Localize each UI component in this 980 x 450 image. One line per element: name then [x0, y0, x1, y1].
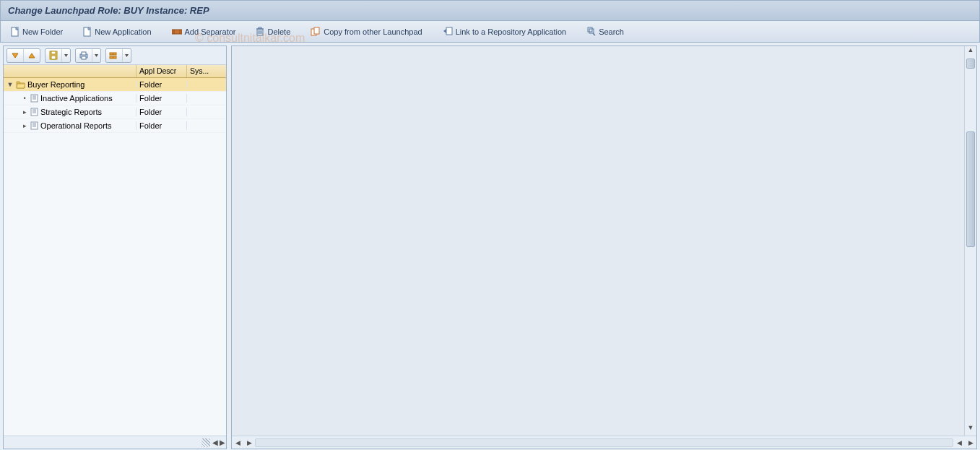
tree-row-strategic-reports[interactable]: ▸ Strategic Reports Folder [4, 105, 226, 119]
svg-rect-12 [314, 27, 319, 34]
tree-node-label: Operational Reports [40, 121, 111, 130]
scroll-right-icon[interactable]: ▶ [965, 439, 976, 446]
tree-scroll-bottom: ◀ ▶ [4, 436, 226, 449]
horizontal-scrollbar[interactable]: ◀ ▶ ◀ ▶ [232, 436, 976, 449]
tree-header-name[interactable] [4, 65, 136, 77]
tree-node-type: Folder [136, 80, 187, 89]
tree-row-operational-reports[interactable]: ▸ Operational Reports Folder [4, 119, 226, 133]
expand-all-button[interactable] [7, 49, 24, 62]
tree-toolbar [4, 46, 226, 65]
svg-rect-23 [110, 53, 113, 55]
tree-node-type: Folder [136, 94, 187, 103]
svg-rect-13 [446, 27, 452, 35]
vertical-scrollbar[interactable]: ▲ ▼ [964, 46, 976, 436]
scroll-right-icon[interactable]: ▶ [243, 439, 255, 446]
svg-rect-7 [259, 27, 261, 29]
svg-rect-2 [172, 30, 182, 34]
svg-rect-18 [51, 51, 56, 54]
tree-node-type: Folder [136, 121, 187, 130]
scroll-up-icon[interactable]: ▲ [965, 46, 976, 58]
document-icon [30, 108, 38, 116]
content-panel: ▲ ▼ ◀ ▶ ◀ ▶ [231, 46, 977, 449]
copy-from-button[interactable]: Copy from other Launchpad [305, 25, 428, 38]
search-button[interactable]: Search [581, 25, 630, 38]
search-label: Search [599, 27, 624, 36]
delete-button[interactable]: Delete [250, 25, 296, 38]
save-dropdown[interactable] [62, 49, 70, 62]
svg-rect-21 [82, 52, 86, 55]
add-separator-label: Add Separator [185, 27, 236, 36]
delete-label: Delete [267, 27, 290, 36]
main-area: Appl Descr Sys... ▼ Buyer Reporting Fold… [0, 43, 980, 450]
new-folder-label: New Folder [22, 27, 63, 36]
scroll-left-icon[interactable]: ◀ [953, 439, 965, 446]
page-title: Change Launchpad Role: BUY Instance: REP [8, 5, 209, 16]
save-button[interactable] [45, 49, 62, 62]
scroll-down-icon[interactable]: ▼ [965, 424, 976, 436]
tree-header: Appl Descr Sys... [4, 65, 226, 78]
scroll-track[interactable] [255, 438, 953, 447]
tree-header-sys[interactable]: Sys... [187, 65, 214, 77]
link-icon [443, 27, 453, 36]
tree-node-type: Folder [136, 108, 187, 116]
layout-dropdown[interactable] [123, 49, 131, 62]
svg-line-16 [593, 33, 595, 35]
tree-node-label: Inactive Applications [40, 94, 113, 103]
main-toolbar: New Folder New Application Add Separator… [0, 21, 980, 43]
svg-rect-14 [588, 27, 592, 32]
scroll-thumb[interactable] [966, 131, 975, 247]
document-icon [11, 27, 19, 37]
new-folder-button[interactable]: New Folder [5, 25, 69, 39]
svg-rect-19 [51, 56, 56, 59]
scroll-right-icon[interactable]: ▶ [219, 438, 226, 448]
tree-row-inactive-apps[interactable]: • Inactive Applications Folder [4, 92, 226, 105]
search-icon [586, 27, 596, 36]
print-dropdown[interactable] [92, 49, 100, 62]
tree-node-label: Strategic Reports [40, 108, 102, 116]
scroll-thumb[interactable] [966, 59, 975, 69]
svg-rect-22 [82, 56, 86, 59]
svg-rect-25 [110, 56, 113, 59]
document-icon [30, 121, 38, 130]
link-repo-label: Link to a Repository Application [456, 27, 566, 36]
new-application-label: New Application [95, 27, 151, 36]
scroll-left-icon[interactable]: ◀ [212, 438, 219, 448]
tree-node-label: Buyer Reporting [27, 80, 85, 89]
scroll-left-icon[interactable]: ◀ [232, 439, 243, 446]
tree-header-appl[interactable]: Appl Descr [136, 65, 187, 77]
expand-icon[interactable]: ▸ [21, 108, 28, 116]
leaf-icon: • [21, 95, 28, 102]
add-separator-button[interactable]: Add Separator [166, 25, 242, 38]
document-icon [83, 27, 92, 37]
document-icon [30, 94, 38, 103]
collapse-icon[interactable]: ▼ [6, 81, 14, 88]
title-bar: Change Launchpad Role: BUY Instance: REP [0, 0, 980, 21]
folder-open-icon [16, 81, 25, 89]
svg-rect-26 [113, 56, 116, 59]
copy-icon [311, 27, 321, 36]
tree-panel: Appl Descr Sys... ▼ Buyer Reporting Fold… [3, 46, 227, 449]
svg-rect-24 [113, 53, 116, 55]
trash-icon [256, 27, 264, 36]
collapse-all-button[interactable] [24, 49, 40, 62]
tree-row-buyer-reporting[interactable]: ▼ Buyer Reporting Folder [4, 78, 226, 92]
expand-icon[interactable]: ▸ [21, 122, 28, 129]
tree-body: ▼ Buyer Reporting Folder • Inactive Appl [4, 78, 226, 436]
layout-button[interactable] [106, 49, 123, 62]
column-resizer[interactable] [201, 438, 210, 447]
separator-icon [172, 27, 182, 36]
svg-rect-15 [589, 29, 594, 33]
print-button[interactable] [76, 49, 92, 62]
new-application-button[interactable]: New Application [77, 25, 157, 39]
copy-from-label: Copy from other Launchpad [324, 27, 422, 36]
link-repo-button[interactable]: Link to a Repository Application [437, 25, 572, 38]
